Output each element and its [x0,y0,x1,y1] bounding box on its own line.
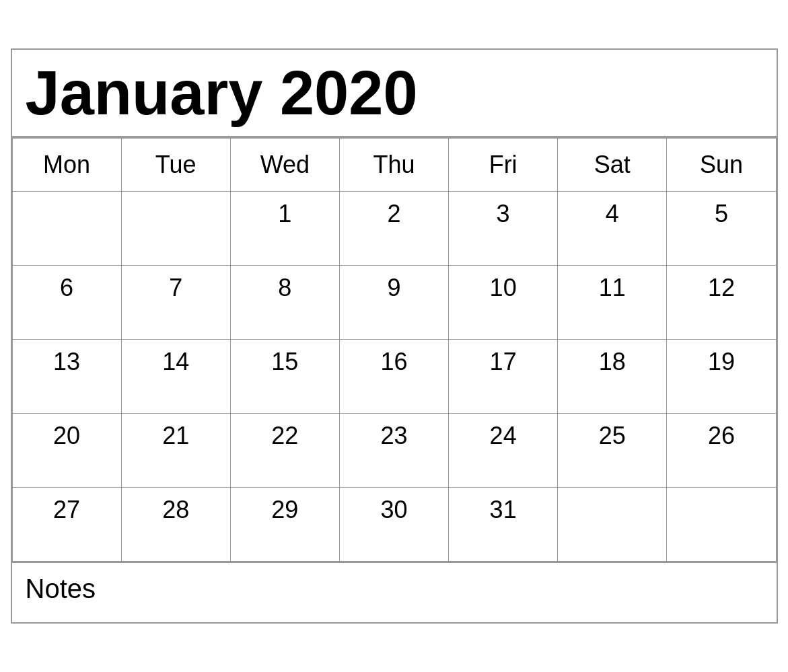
day-header-wed: Wed [230,138,339,192]
day-header-fri: Fri [449,138,558,192]
calendar-weeks: 1234567891011121314151617181920212223242… [12,192,776,562]
day-cell-29[interactable]: 29 [230,488,339,562]
week-row-1: 12345 [12,192,776,266]
day-cell-27[interactable]: 27 [12,488,121,562]
day-cell-3[interactable]: 3 [449,192,558,266]
day-cell-28[interactable]: 28 [121,488,230,562]
day-cell-empty-0-1[interactable] [121,192,230,266]
day-cell-5[interactable]: 5 [667,192,776,266]
day-cell-24[interactable]: 24 [449,414,558,488]
day-cell-23[interactable]: 23 [339,414,448,488]
notes-label: Notes [26,574,96,603]
day-cell-16[interactable]: 16 [339,340,448,414]
day-header-tue: Tue [121,138,230,192]
day-cell-1[interactable]: 1 [230,192,339,266]
calendar-title-section: January 2020 [12,50,777,137]
day-cell-25[interactable]: 25 [558,414,667,488]
calendar-month-year: January 2020 [26,62,763,124]
day-cell-20[interactable]: 20 [12,414,121,488]
calendar-grid: MonTueWedThuFriSatSun 123456789101112131… [12,137,777,562]
notes-section: Notes [12,562,777,622]
day-cell-empty-4-5[interactable] [558,488,667,562]
day-header-sat: Sat [558,138,667,192]
day-cell-18[interactable]: 18 [558,340,667,414]
week-row-4: 20212223242526 [12,414,776,488]
day-cell-31[interactable]: 31 [449,488,558,562]
day-header-mon: Mon [12,138,121,192]
day-cell-empty-4-6[interactable] [667,488,776,562]
day-cell-empty-0-0[interactable] [12,192,121,266]
week-row-5: 2728293031 [12,488,776,562]
day-cell-4[interactable]: 4 [558,192,667,266]
day-cell-26[interactable]: 26 [667,414,776,488]
day-cell-10[interactable]: 10 [449,266,558,340]
day-cell-9[interactable]: 9 [339,266,448,340]
day-cell-7[interactable]: 7 [121,266,230,340]
day-cell-30[interactable]: 30 [339,488,448,562]
calendar-container: January 2020 MonTueWedThuFriSatSun 12345… [11,48,778,624]
day-cell-17[interactable]: 17 [449,340,558,414]
week-row-3: 13141516171819 [12,340,776,414]
days-of-week-row: MonTueWedThuFriSatSun [12,138,776,192]
day-cell-14[interactable]: 14 [121,340,230,414]
day-cell-2[interactable]: 2 [339,192,448,266]
day-cell-15[interactable]: 15 [230,340,339,414]
day-cell-19[interactable]: 19 [667,340,776,414]
day-cell-21[interactable]: 21 [121,414,230,488]
day-cell-11[interactable]: 11 [558,266,667,340]
day-cell-13[interactable]: 13 [12,340,121,414]
day-cell-12[interactable]: 12 [667,266,776,340]
day-header-thu: Thu [339,138,448,192]
day-cell-8[interactable]: 8 [230,266,339,340]
week-row-2: 6789101112 [12,266,776,340]
day-header-sun: Sun [667,138,776,192]
day-cell-6[interactable]: 6 [12,266,121,340]
day-cell-22[interactable]: 22 [230,414,339,488]
